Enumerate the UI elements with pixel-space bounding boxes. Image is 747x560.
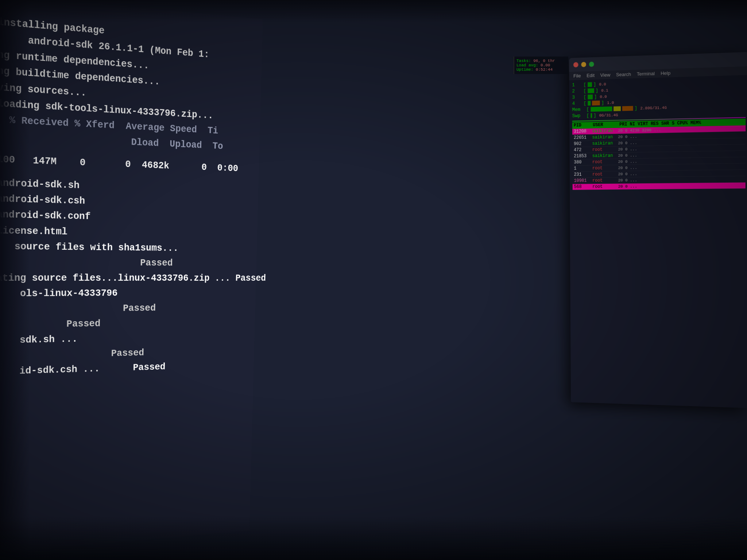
proc-nums: 20 0 ... (618, 158, 744, 164)
menu-view[interactable]: View (600, 72, 611, 78)
terminal-left: installing package android-sdk 26.1.1-1 … (0, 0, 263, 554)
proc-pid: 902 (574, 141, 592, 147)
stat-tasks: Tasks: 96, 0 thr (516, 59, 566, 63)
menu-edit[interactable]: Edit (587, 73, 595, 78)
proc-user-root: root (592, 184, 618, 190)
mem-label: Mem (572, 107, 585, 113)
proc-pid: 472 (574, 147, 592, 153)
close-button[interactable] (573, 62, 578, 67)
term-line: source files with sha1sums... (0, 238, 248, 256)
proc-pid: 1 (574, 166, 592, 171)
screen-container: installing package android-sdk 26.1.1-1 … (0, 0, 747, 560)
col-pid: PID (574, 122, 592, 128)
cpu-percent-3: 0.0 (600, 94, 607, 99)
cpu-percent-1: 0.0 (599, 82, 606, 87)
term-line: ating source files...linux-4333796.zip .… (0, 270, 247, 286)
proc-pid: 380 (574, 160, 592, 165)
menu-terminal[interactable]: Terminal (637, 71, 655, 77)
mem-bar-green (591, 106, 612, 112)
cpu-bar-fill-1 (588, 82, 592, 87)
menu-help[interactable]: Help (661, 70, 670, 76)
cpu-percent-2: 0.1 (601, 88, 608, 93)
swap-label: Swp (572, 113, 585, 119)
proc-user-root: root (592, 178, 618, 183)
proc-user-root: root (592, 166, 618, 171)
maximize-button[interactable] (589, 62, 594, 67)
swap-value: 0G/31.4G (599, 113, 618, 117)
proc-pid: 10981 (574, 178, 592, 183)
proc-pid: 568 (574, 184, 592, 189)
cpu-label-2: 2 (572, 88, 582, 94)
proc-nums: 20 0 ... (618, 183, 744, 189)
proc-nums: 20 0 ... (618, 171, 744, 176)
htop-body: 1 [ ] 0.0 2 [ ] 0.1 3 [ ] 0.0 4 (569, 75, 747, 192)
proc-nums: 20 0 ... (618, 152, 744, 158)
proc-user: saikiran (592, 128, 617, 134)
cpu-bar-fill-2 (588, 88, 594, 93)
proc-pid: 231 (574, 172, 592, 177)
proc-nums: 20 0 ... (618, 177, 744, 183)
menu-search[interactable]: Search (616, 71, 631, 77)
proc-user-root: root (592, 159, 618, 165)
swap-bar (591, 113, 592, 118)
cpu-label-1: 1 (572, 82, 582, 88)
proc-user: saikiran (592, 135, 618, 140)
mem-bar-orange (622, 106, 633, 111)
cpu-label-3: 3 (572, 94, 582, 100)
mem-value: 2.80G/31.4G (640, 105, 667, 110)
minimize-button[interactable] (581, 62, 586, 67)
cpu-bar-fill-4b (592, 101, 600, 106)
term-line: ols-linux-4333796 (0, 285, 247, 302)
proc-user-root: root (592, 172, 618, 177)
stat-load: Load avg: 0.00 (516, 63, 566, 67)
stats-overlay: Tasks: 96, 0 thr Load avg: 0.00 Uptime: … (514, 57, 568, 74)
cpu-bar-fill-3 (588, 94, 593, 99)
menu-file[interactable]: File (573, 73, 581, 79)
col-user: USER (593, 122, 618, 128)
cpu-percent-4: 1.0 (607, 100, 614, 105)
proc-user-root: root (592, 147, 618, 152)
proc-pid: 31208 (574, 129, 592, 134)
proc-nums: 20 0 ... (618, 145, 744, 152)
mem-bar-yellow (614, 106, 621, 111)
proc-pid: 22651 (574, 135, 592, 140)
proc-user: saikiran (592, 141, 618, 146)
proc-pid: 21853 (574, 153, 592, 159)
stat-uptime: Uptime: 0:52:44 (516, 67, 566, 72)
cpu-bar-fill-4a (588, 101, 591, 105)
term-line: Passed (0, 254, 247, 271)
terminal-right: File Edit View Search Terminal Help 1 [ … (569, 52, 747, 408)
proc-row: 568 root 20 0 ... (573, 182, 746, 190)
cpu-label-4: 4 (572, 101, 582, 106)
proc-user: saikiran (592, 153, 618, 159)
proc-nums: 20 0 ... (618, 164, 744, 170)
